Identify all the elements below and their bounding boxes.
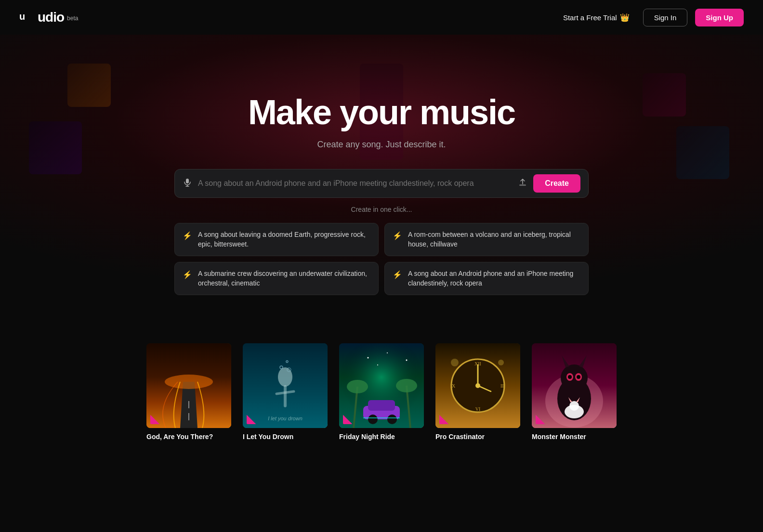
svg-text:I let you drown: I let you drown	[268, 415, 303, 421]
music-card-artwork-2	[339, 343, 424, 428]
suggestion-text-0: A song about leaving a doomed Earth, pro…	[198, 230, 370, 249]
suggestion-card-2[interactable]: ⚡ A submarine crew discovering an underw…	[174, 262, 379, 295]
svg-point-32	[377, 364, 378, 365]
suggestion-text-3: A song about an Android phone and an iPh…	[408, 269, 580, 288]
sign-up-button[interactable]: Sign Up	[695, 9, 744, 26]
svg-point-11	[278, 367, 292, 387]
music-card-title-4: Monster Monster	[532, 433, 617, 441]
free-trial-button[interactable]: Start a Free Trial 👑	[557, 9, 635, 26]
hero-subtitle: Create any song. Just describe it.	[0, 140, 763, 150]
svg-point-9	[165, 375, 213, 389]
music-card-artwork-3: XII III VI IX	[435, 343, 520, 428]
suggestion-card-0[interactable]: ⚡ A song about leaving a doomed Earth, p…	[174, 223, 379, 256]
svg-text:u: u	[19, 11, 25, 22]
music-card-artwork-4	[532, 343, 617, 428]
suggestions-grid: ⚡ A song about leaving a doomed Earth, p…	[174, 223, 589, 295]
crown-icon: 👑	[620, 13, 630, 22]
svg-point-55	[569, 401, 579, 411]
create-one-click-text: Create in one click...	[351, 206, 412, 213]
svg-text:III: III	[500, 383, 505, 389]
nav-actions: Start a Free Trial 👑 Sign In Sign Up	[557, 9, 744, 26]
sign-in-button[interactable]: Sign In	[643, 9, 688, 26]
svg-point-53	[577, 375, 580, 379]
search-input[interactable]	[198, 179, 512, 188]
lightning-icon-2: ⚡	[183, 270, 192, 279]
create-button[interactable]: Create	[533, 174, 580, 193]
music-card-artwork-1: I let you drown	[243, 343, 328, 428]
svg-point-29	[368, 357, 369, 359]
svg-point-52	[568, 375, 572, 379]
music-card-image-1: I let you drown	[243, 343, 328, 428]
hero-title: Make your music	[0, 92, 763, 132]
music-card-artwork-0	[146, 343, 231, 428]
search-box: Create	[174, 169, 589, 198]
suggestion-text-2: A submarine crew discovering an underwat…	[198, 269, 370, 288]
svg-point-27	[387, 415, 397, 424]
svg-rect-25	[368, 400, 395, 411]
music-card-image-4	[532, 343, 617, 428]
free-trial-label: Start a Free Trial	[563, 13, 617, 22]
svg-point-30	[387, 352, 388, 353]
music-card-image-0	[146, 343, 231, 428]
svg-point-42	[451, 359, 459, 366]
svg-text:VI: VI	[475, 406, 481, 412]
suggestion-card-3[interactable]: ⚡ A song about an Android phone and an i…	[384, 262, 589, 295]
search-container: Create	[174, 169, 589, 198]
svg-point-31	[406, 360, 408, 361]
create-one-click: Create in one click...	[351, 206, 412, 213]
hero-content: Make your music Create any song. Just de…	[0, 92, 763, 169]
svg-point-26	[368, 415, 378, 424]
svg-text:XII: XII	[474, 361, 481, 366]
suggestion-text-1: A rom-com between a volcano and an icebe…	[408, 230, 580, 249]
music-card-title-1: I Let You Drown	[243, 433, 328, 441]
music-card-image-3: XII III VI IX	[435, 343, 520, 428]
music-card-0[interactable]: God, Are You There?	[146, 343, 231, 441]
music-card-title-3: Pro Crastinator	[435, 433, 520, 441]
upload-icon[interactable]	[518, 178, 527, 190]
lightning-icon-3: ⚡	[393, 270, 402, 279]
hero-section: Make your music Create any song. Just de…	[0, 35, 763, 324]
music-card-image-2	[339, 343, 424, 428]
microphone-icon	[183, 178, 192, 190]
svg-text:IX: IX	[450, 383, 456, 389]
logo[interactable]: u udio beta	[19, 8, 78, 26]
logo-icon: u	[19, 8, 35, 26]
music-card-title-2: Friday Night Ride	[339, 433, 424, 441]
music-card-4[interactable]: Monster Monster	[532, 343, 617, 441]
udio-logo-svg: u	[19, 8, 35, 24]
logo-beta-badge: beta	[67, 15, 78, 22]
music-card-2[interactable]: Friday Night Ride	[339, 343, 424, 441]
svg-point-21	[347, 380, 368, 393]
navbar: u udio beta Start a Free Trial 👑 Sign In…	[0, 0, 763, 35]
svg-rect-1	[186, 179, 189, 183]
svg-rect-4	[519, 184, 526, 186]
svg-point-23	[396, 379, 417, 392]
svg-point-47	[561, 364, 588, 391]
music-card-1[interactable]: I let you drown I Let You Drown	[243, 343, 328, 441]
lightning-icon-1: ⚡	[393, 231, 402, 240]
music-section: God, Are You There?	[0, 324, 763, 460]
lightning-icon-0: ⚡	[183, 231, 192, 240]
suggestion-card-1[interactable]: ⚡ A rom-com between a volcano and an ice…	[384, 223, 589, 256]
music-card-3[interactable]: XII III VI IX Pro Crastinator	[435, 343, 520, 441]
svg-point-43	[498, 360, 504, 365]
music-grid: God, Are You There?	[19, 343, 744, 441]
music-card-title-0: God, Are You There?	[146, 433, 231, 441]
logo-wordmark: udio	[38, 10, 64, 25]
